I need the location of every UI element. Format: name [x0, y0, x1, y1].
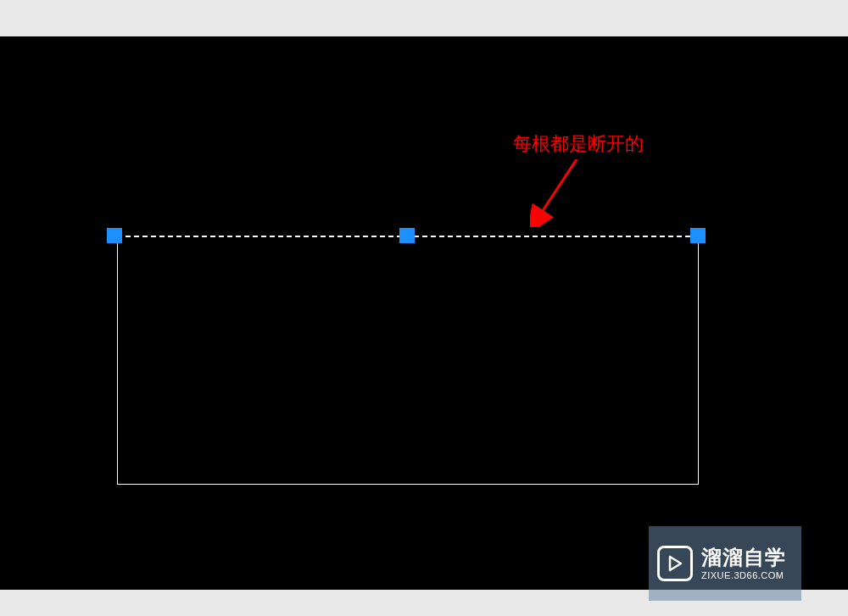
watermark-text: 溜溜自学 ZIXUE.3D66.COM	[701, 546, 786, 581]
rectangle-left-edge[interactable]	[117, 237, 118, 485]
rectangle-right-edge[interactable]	[698, 237, 699, 485]
cad-canvas[interactable]: 每根都是断开的	[0, 36, 848, 590]
svg-line-1	[540, 159, 577, 214]
watermark-title: 溜溜自学	[701, 546, 786, 570]
grip-handle-right[interactable]	[690, 228, 706, 243]
rectangle-bottom-edge[interactable]	[117, 484, 699, 485]
grip-handle-middle[interactable]	[399, 228, 415, 243]
watermark-badge: 溜溜自学 ZIXUE.3D66.COM	[649, 526, 801, 601]
annotation-arrow-icon	[530, 159, 598, 230]
annotation-label: 每根都是断开的	[513, 131, 644, 157]
svg-marker-2	[670, 557, 681, 570]
play-icon	[657, 546, 693, 581]
watermark-url: ZIXUE.3D66.COM	[701, 570, 786, 581]
grip-handle-left[interactable]	[107, 228, 122, 243]
